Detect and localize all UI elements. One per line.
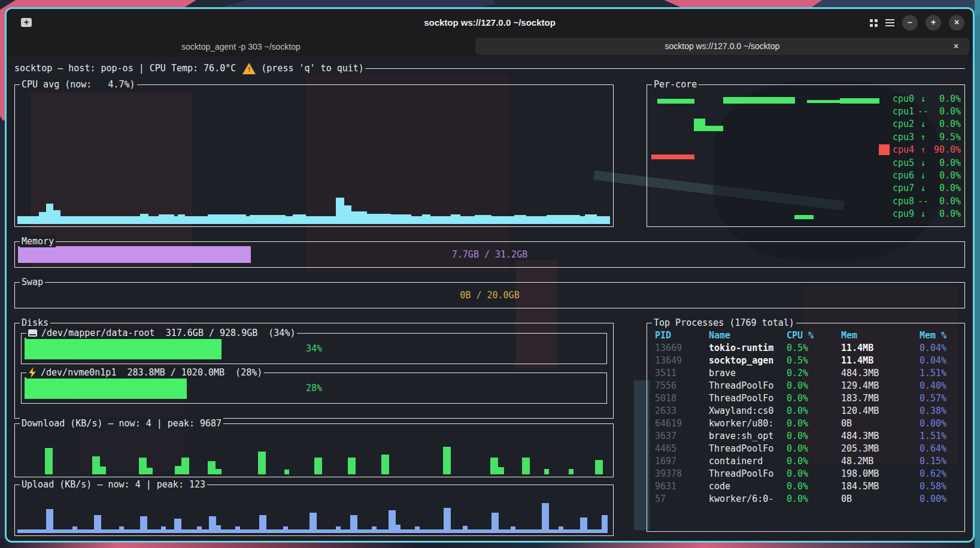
spark-bar <box>491 513 499 533</box>
process-row: 7556ThreadPoolFo0.0%129.4MB0.40% <box>647 380 964 392</box>
core-history-segment <box>807 100 841 103</box>
core-usage-value: 9.5% <box>931 132 961 143</box>
top-row: CPU avg (now: 4.7%) Per-core cpu0↓0.0%cp… <box>14 84 965 227</box>
process-pid: 5018 <box>655 392 709 405</box>
warning-triangle-icon: ! <box>242 63 256 74</box>
spark-bar <box>511 526 515 533</box>
process-mem: 0B <box>841 493 920 505</box>
bottom-row: Disks /dev/mapper/data-root 317.6GB / 92… <box>14 323 965 536</box>
process-name: socktop_agen <box>709 355 787 367</box>
tab-socktop-agent[interactable]: socktop_agent -p 303 ~/socktop <box>7 37 475 57</box>
process-cpu: 0.0% <box>787 380 841 392</box>
processes-panel: Top Processes (1769 total) PID Name CPU … <box>647 323 965 532</box>
core-trend-arrow: ↓ <box>915 93 931 104</box>
core-history-segment <box>705 126 723 131</box>
spark-bar <box>490 458 498 474</box>
process-cpu: 0.0% <box>787 430 841 443</box>
process-row: 13669tokio-runtim0.5%11.4MB0.04% <box>647 342 964 355</box>
spark-bar <box>372 526 377 533</box>
process-pid: 4465 <box>655 443 709 455</box>
core-history-segment <box>794 215 814 219</box>
spark-bar <box>216 525 221 533</box>
spark-bar <box>216 469 222 474</box>
swap-gauge-label: 0B / 20.0GB <box>18 287 961 304</box>
per-core-title: Per-core <box>652 78 699 90</box>
spark-bar <box>559 526 563 533</box>
spark-bar <box>336 526 341 533</box>
memory-gauge-label: 7.7GB / 31.2GB <box>18 246 961 263</box>
spark-bar <box>602 515 608 533</box>
process-mem-percent: 0.04% <box>920 342 960 355</box>
spark-bar <box>367 214 391 224</box>
process-mem: 11.4MB <box>841 342 920 355</box>
core-trend-arrow: -- <box>915 106 931 117</box>
download-title: Download (KB/s) — now: 4 | peak: 9687 <box>20 417 223 429</box>
spark-bar <box>396 525 401 533</box>
tab-socktop-active[interactable]: socktop ws://127.0.0 ~/socktop × <box>475 38 969 55</box>
spark-bar <box>209 516 216 533</box>
spark-bar <box>45 448 53 474</box>
process-table-header: PID Name CPU % Mem Mem % <box>647 329 964 342</box>
spark-bar <box>258 452 266 474</box>
process-mem: 120.4MB <box>841 405 920 417</box>
download-sparkline <box>17 432 611 474</box>
spark-bar <box>100 467 106 474</box>
core-name: cpu9 <box>893 208 915 219</box>
spark-bar <box>344 205 351 224</box>
spark-bar <box>46 509 53 533</box>
process-row: 3637brave:sh_opt0.0%484.3MB1.51% <box>647 430 964 443</box>
process-cpu: 0.2% <box>787 367 841 380</box>
disk-item-nvme: /dev/nvme0n1p1 283.8MB / 1020.0MB (28%) … <box>21 373 607 404</box>
per-core-panel: Per-core cpu0↓0.0%cpu1--0.0%cpu2↓0.0%cpu… <box>647 84 965 227</box>
process-mem-percent: 0.64% <box>920 443 960 455</box>
close-button[interactable]: × <box>949 15 964 31</box>
spark-bar <box>39 212 46 224</box>
spark-bar <box>92 456 100 474</box>
tab-close-icon[interactable]: × <box>950 38 962 55</box>
process-name: ThreadPoolFo <box>709 468 787 480</box>
core-name: cpu4 <box>893 144 915 155</box>
process-mem: 48.2MB <box>841 455 920 468</box>
core-row-cpu2: cpu2↓0.0% <box>879 118 961 131</box>
core-name: cpu5 <box>893 158 915 168</box>
disk-item-label: /dev/nvme0n1p1 283.8MB / 1020.0MB (28%) <box>41 367 262 379</box>
process-mem: 183.7MB <box>841 392 920 405</box>
process-row: 9631code0.0%184.5MB0.58% <box>647 480 964 493</box>
app-header-text: socktop — host: pop-os | CPU Temp: 76.0°… <box>14 63 236 74</box>
spark-bar <box>580 517 587 533</box>
process-cpu: 0.0% <box>787 455 841 468</box>
spark-bar <box>175 466 181 474</box>
spark-bar <box>391 214 411 224</box>
spark-bar <box>181 458 189 474</box>
spark-bar <box>161 526 166 533</box>
process-row: 1697containerd0.0%48.2MB0.15% <box>647 455 964 468</box>
core-history-segment <box>694 119 705 131</box>
tab-overview-icon[interactable] <box>870 19 878 27</box>
process-rows: 13669tokio-runtim0.5%11.4MB0.04%13649soc… <box>647 342 964 505</box>
process-mem-percent: 1.51% <box>920 430 960 443</box>
minimize-button[interactable]: – <box>902 15 918 31</box>
spark-bar <box>348 458 356 474</box>
core-name: cpu8 <box>893 196 915 207</box>
process-pid: 13649 <box>655 355 709 367</box>
spark-bar <box>475 215 491 224</box>
spark-bar <box>139 458 147 474</box>
add-tab-button[interactable]: + <box>926 15 941 31</box>
core-row-cpu0: cpu0↓0.0% <box>879 92 961 105</box>
process-mem-percent: 1.51% <box>920 367 960 380</box>
process-mem-percent: 0.04% <box>920 355 960 367</box>
spark-bar <box>314 458 322 474</box>
spark-bar <box>140 214 148 224</box>
process-row: 5018ThreadPoolFo0.0%183.7MB0.57% <box>647 392 964 405</box>
core-usage-value: 0.0% <box>931 183 961 193</box>
process-row: 39378ThreadPoolFo0.0%198.0MB0.62% <box>647 468 964 480</box>
download-panel: Download (KB/s) — now: 4 | peak: 9687 <box>14 423 614 477</box>
core-history-segment <box>651 155 694 159</box>
menu-icon[interactable] <box>885 19 894 26</box>
spark-bar <box>351 211 367 224</box>
lightning-icon <box>28 367 37 378</box>
spark-bar <box>159 214 174 224</box>
core-name: cpu6 <box>893 170 915 181</box>
process-pid: 3637 <box>655 430 709 443</box>
memory-panel: Memory 7.7GB / 31.2GB <box>14 241 965 268</box>
